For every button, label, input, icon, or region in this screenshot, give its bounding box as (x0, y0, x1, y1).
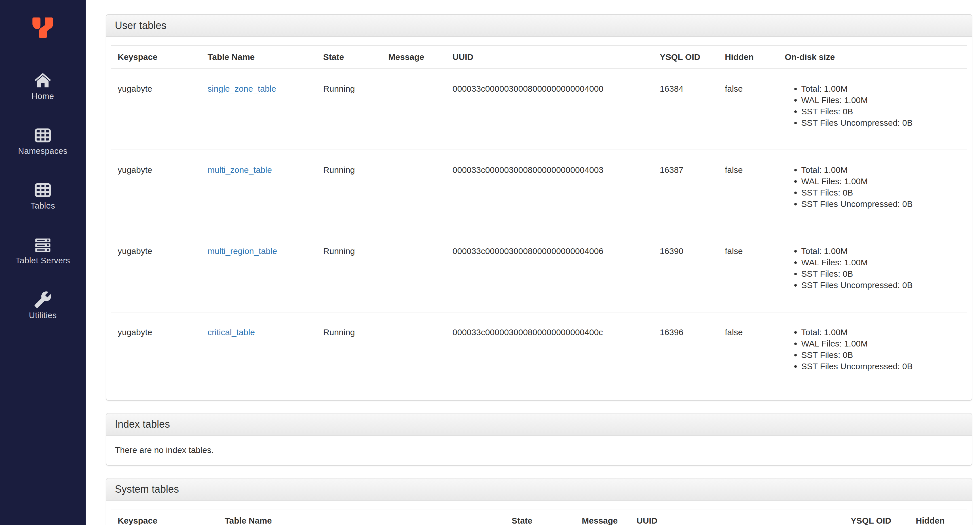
sidebar-item-home[interactable]: Home (32, 72, 54, 101)
uuid-cell: 000033c0000030008000000000004006 (446, 231, 653, 312)
column-header-table-name: Table Name (218, 509, 505, 525)
column-header-uuid: UUID (446, 45, 653, 69)
index-tables-title: Index tables (107, 413, 972, 436)
keyspace-cell: yugabyte (111, 312, 201, 393)
index-tables-empty-message: There are no index tables. (107, 436, 972, 465)
hidden-cell: false (718, 69, 778, 150)
column-header-ysql-oid: YSQL OID (844, 509, 909, 525)
column-header-state: State (317, 45, 382, 69)
disk-wal-files: WAL Files: 1.00M (801, 94, 961, 106)
column-header-message: Message (575, 509, 630, 525)
sidebar-item-tablet-servers[interactable]: Tablet Servers (16, 236, 70, 265)
table-name-cell: multi_zone_table (201, 150, 317, 231)
disk-total: Total: 1.00M (801, 83, 961, 94)
servers-icon (34, 236, 52, 254)
column-header-keyspace: Keyspace (111, 509, 218, 525)
on-disk-size-list: Total: 1.00M WAL Files: 1.00M SST Files:… (785, 83, 961, 129)
disk-sst-files: SST Files: 0B (801, 268, 961, 279)
column-header-uuid: UUID (630, 509, 844, 525)
main-content: User tables Keyspace Table Name State Me… (86, 0, 980, 525)
sidebar-item-tables[interactable]: Tables (30, 181, 55, 211)
table-row: yugabyte multi_zone_table Running 000033… (111, 150, 967, 231)
table-name-cell: single_zone_table (201, 69, 317, 150)
state-cell: Running (317, 69, 382, 150)
uuid-cell: 000033c0000030008000000000004003 (446, 150, 653, 231)
message-cell (382, 150, 446, 231)
app-root: Home Namespaces (0, 0, 980, 525)
ysql-oid-cell: 16387 (653, 150, 718, 231)
column-header-hidden: Hidden (909, 509, 967, 525)
disk-sst-files: SST Files: 0B (801, 349, 961, 361)
sidebar-item-namespaces[interactable]: Namespaces (18, 126, 67, 156)
uuid-cell: 000033c000003000800000000000400c (446, 312, 653, 393)
keyspace-cell: yugabyte (111, 69, 201, 150)
hidden-cell: false (718, 231, 778, 312)
disk-sst-files: SST Files: 0B (801, 106, 961, 117)
table-row: yugabyte single_zone_table Running 00003… (111, 69, 967, 150)
table-name-link[interactable]: single_zone_table (208, 84, 276, 93)
hidden-cell: false (718, 312, 778, 393)
column-header-keyspace: Keyspace (111, 45, 201, 69)
disk-sst-uncompressed: SST Files Uncompressed: 0B (801, 117, 961, 129)
ysql-oid-cell: 16396 (653, 312, 718, 393)
table-row: yugabyte critical_table Running 000033c0… (111, 312, 967, 393)
sidebar: Home Namespaces (0, 0, 86, 525)
disk-wal-files: WAL Files: 1.00M (801, 338, 961, 349)
table-name-link[interactable]: critical_table (208, 327, 255, 337)
wrench-icon (34, 290, 52, 309)
on-disk-size-list: Total: 1.00M WAL Files: 1.00M SST Files:… (785, 327, 961, 372)
column-header-on-disk-size: On-disk size (778, 45, 967, 69)
on-disk-size-cell: Total: 1.00M WAL Files: 1.00M SST Files:… (778, 312, 967, 393)
table-name-cell: critical_table (201, 312, 317, 393)
table-name-cell: multi_region_table (201, 231, 317, 312)
system-tables-panel: System tables Keyspace Table Name State … (106, 478, 972, 525)
sidebar-item-label: Tables (30, 201, 55, 211)
on-disk-size-cell: Total: 1.00M WAL Files: 1.00M SST Files:… (778, 231, 967, 312)
ysql-oid-cell: 16390 (653, 231, 718, 312)
keyspace-cell: yugabyte (111, 231, 201, 312)
user-tables-body: Keyspace Table Name State Message UUID Y… (107, 37, 972, 400)
disk-wal-files: WAL Files: 1.00M (801, 176, 961, 187)
uuid-cell: 000033c0000030008000000000004000 (446, 69, 653, 150)
on-disk-size-cell: Total: 1.00M WAL Files: 1.00M SST Files:… (778, 150, 967, 231)
state-cell: Running (317, 312, 382, 393)
disk-wal-files: WAL Files: 1.00M (801, 257, 961, 268)
sidebar-item-utilities[interactable]: Utilities (29, 290, 57, 320)
disk-total: Total: 1.00M (801, 164, 961, 176)
keyspace-cell: yugabyte (111, 150, 201, 231)
table-name-link[interactable]: multi_region_table (208, 246, 277, 256)
message-cell (382, 69, 446, 150)
sidebar-nav: Home Namespaces (16, 72, 70, 345)
table-header-row: Keyspace Table Name State Message UUID Y… (111, 509, 967, 525)
disk-sst-uncompressed: SST Files Uncompressed: 0B (801, 198, 961, 210)
column-header-ysql-oid: YSQL OID (653, 45, 718, 69)
sidebar-item-label: Namespaces (18, 146, 67, 156)
table-header-row: Keyspace Table Name State Message UUID Y… (111, 45, 967, 69)
on-disk-size-cell: Total: 1.00M WAL Files: 1.00M SST Files:… (778, 69, 967, 150)
disk-total: Total: 1.00M (801, 246, 961, 257)
on-disk-size-list: Total: 1.00M WAL Files: 1.00M SST Files:… (785, 164, 961, 210)
disk-sst-uncompressed: SST Files Uncompressed: 0B (801, 279, 961, 291)
system-tables-table: Keyspace Table Name State Message UUID Y… (111, 509, 967, 525)
disk-sst-files: SST Files: 0B (801, 187, 961, 198)
grid-icon (34, 126, 52, 144)
column-header-hidden: Hidden (718, 45, 778, 69)
hidden-cell: false (718, 150, 778, 231)
disk-total: Total: 1.00M (801, 327, 961, 338)
table-name-link[interactable]: multi_zone_table (208, 165, 272, 174)
column-header-state: State (505, 509, 575, 525)
grid-icon (34, 181, 52, 199)
user-tables-title: User tables (107, 15, 972, 37)
sidebar-item-label: Utilities (29, 310, 57, 320)
state-cell: Running (317, 150, 382, 231)
system-tables-body: Keyspace Table Name State Message UUID Y… (107, 501, 972, 525)
home-icon (34, 72, 52, 90)
yugabyte-logo[interactable] (29, 15, 56, 42)
state-cell: Running (317, 231, 382, 312)
message-cell (382, 231, 446, 312)
message-cell (382, 312, 446, 393)
sidebar-item-label: Tablet Servers (16, 256, 70, 265)
index-tables-panel: Index tables There are no index tables. (106, 413, 972, 466)
ysql-oid-cell: 16384 (653, 69, 718, 150)
on-disk-size-list: Total: 1.00M WAL Files: 1.00M SST Files:… (785, 246, 961, 291)
